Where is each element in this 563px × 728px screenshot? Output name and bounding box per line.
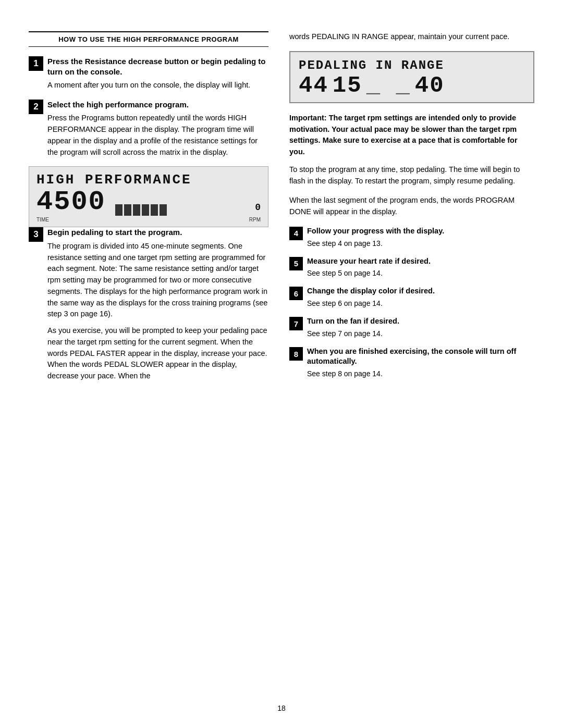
- page-number: 18: [277, 704, 286, 712]
- lcd-labels: TIME RPM: [36, 217, 261, 223]
- range-num2: 15: [333, 74, 362, 97]
- step-3-number: 3: [29, 227, 43, 242]
- left-column: HOW TO USE THE HIGH PERFORMANCE PROGRAM …: [29, 31, 268, 697]
- section-title: HOW TO USE THE HIGH PERFORMANCE PROGRAM: [58, 35, 239, 43]
- step-4-body: See step 4 on page 13.: [307, 238, 534, 249]
- lcd-top-text: HIGH PERFORMANCE: [36, 172, 261, 188]
- range-separator: _ _: [366, 74, 411, 97]
- range-num1: 44: [299, 74, 328, 97]
- step-7-content: Turn on the fan if desired. See step 7 o…: [307, 316, 534, 339]
- step-8-body: See step 8 on page 14.: [307, 368, 534, 379]
- step-2-block: 2 Select the high performance program. P…: [29, 100, 268, 158]
- lcd-time-label: TIME: [36, 217, 49, 223]
- step-6-body: See step 6 on page 14.: [307, 298, 534, 309]
- intro-text: words PEDALING IN RANGE appear, maintain…: [289, 31, 534, 43]
- step-3-block: 3 Begin pedaling to start the program. T…: [29, 227, 268, 382]
- step-7-number: 7: [289, 317, 303, 330]
- step-1-body: A moment after you turn on the console, …: [47, 80, 268, 91]
- step-2-body: Press the Programs button repeatedly unt…: [47, 113, 268, 158]
- step-5-body: See step 5 on page 14.: [307, 268, 534, 279]
- lcd-bar-2: [124, 204, 131, 216]
- step-8-content: When you are finished exercising, the co…: [307, 347, 534, 379]
- lcd-bar-3: [133, 204, 140, 216]
- step-5-block: 5 Measure your heart rate if desired. Se…: [289, 256, 534, 279]
- step-5-content: Measure your heart rate if desired. See …: [307, 256, 534, 279]
- step-1-number: 1: [29, 56, 43, 71]
- range-top-text: PEDALING IN RANGE: [299, 58, 525, 72]
- step-4-content: Follow your progress with the display. S…: [307, 226, 534, 249]
- step-2-title: Select the high performance program.: [47, 100, 268, 110]
- step-1-title: Press the Resistance decrease button or …: [47, 56, 268, 77]
- step-7-block: 7 Turn on the fan if desired. See step 7…: [289, 316, 534, 339]
- step-3-body1: The program is divided into 45 one-minut…: [47, 241, 268, 320]
- lcd-rpm-value: 0: [255, 202, 261, 216]
- step-4-title: Follow your progress with the display.: [307, 226, 534, 236]
- lcd-rpm-label: RPM: [249, 217, 261, 223]
- lcd-bar-5: [151, 204, 158, 216]
- step-5-title: Measure your heart rate if desired.: [307, 256, 534, 266]
- step-7-body: See step 7 on page 14.: [307, 328, 534, 339]
- lcd-big-number: 4500: [36, 189, 106, 216]
- right-column: words PEDALING IN RANGE appear, maintain…: [289, 31, 534, 697]
- step-5-number: 5: [289, 257, 303, 270]
- lcd-progress-bars: [115, 204, 167, 216]
- step-6-content: Change the display color if desired. See…: [307, 286, 534, 309]
- range-num3: 40: [415, 74, 445, 97]
- step-6-block: 6 Change the display color if desired. S…: [289, 286, 534, 309]
- step-8-number: 8: [289, 347, 303, 361]
- step-3-body2: As you exercise, you will be prompted to…: [47, 325, 268, 382]
- step-3-title: Begin pedaling to start the program.: [47, 227, 268, 238]
- stop-paragraph: To stop the program at any time, stop pe…: [289, 164, 534, 187]
- lcd-bar-1: [115, 204, 123, 216]
- step-8-block: 8 When you are finished exercising, the …: [289, 347, 534, 379]
- step-4-block: 4 Follow your progress with the display.…: [289, 226, 534, 249]
- lcd-bar-6: [160, 204, 167, 216]
- step-2-number: 2: [29, 100, 43, 114]
- step-6-number: 6: [289, 287, 303, 300]
- page: HOW TO USE THE HIGH PERFORMANCE PROGRAM …: [0, 0, 563, 728]
- step-6-title: Change the display color if desired.: [307, 286, 534, 296]
- lcd-pedaling-range: PEDALING IN RANGE 44 15 _ _ 40: [289, 51, 534, 103]
- section-header: HOW TO USE THE HIGH PERFORMANCE PROGRAM: [29, 31, 268, 47]
- lcd-high-performance: HIGH PERFORMANCE 4500 0 TIME: [29, 166, 268, 227]
- step-1-content: Press the Resistance decrease button or …: [47, 56, 268, 91]
- step-2-content: Select the high performance program. Pre…: [47, 100, 268, 158]
- last-paragraph: When the last segment of the program end…: [289, 195, 534, 218]
- step-4-number: 4: [289, 227, 303, 240]
- step-3-content: Begin pedaling to start the program. The…: [47, 227, 268, 382]
- lcd-bottom-row: 4500 0: [36, 189, 261, 216]
- step-7-title: Turn on the fan if desired.: [307, 316, 534, 326]
- lcd-bar-4: [142, 204, 149, 216]
- step-8-title: When you are finished exercising, the co…: [307, 347, 534, 366]
- important-paragraph: Important: The target rpm settings are i…: [289, 113, 534, 158]
- step-1-block: 1 Press the Resistance decrease button o…: [29, 56, 268, 91]
- range-bottom-row: 44 15 _ _ 40: [299, 74, 525, 97]
